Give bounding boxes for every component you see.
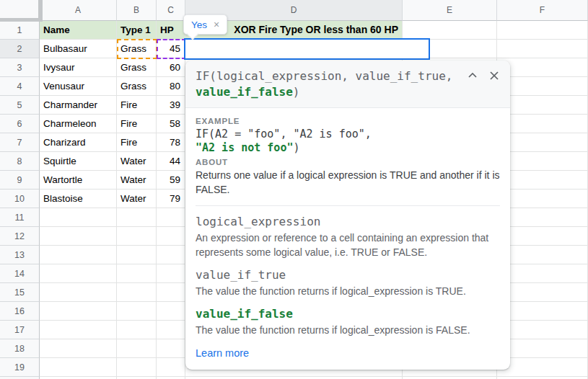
row-header-15[interactable]: 15 bbox=[0, 283, 40, 302]
row-header-11[interactable]: 11 bbox=[0, 208, 40, 227]
row-header-2[interactable]: 2 bbox=[0, 40, 40, 58]
cell-F13[interactable] bbox=[497, 246, 588, 264]
cell-C19[interactable] bbox=[157, 358, 185, 377]
cell-F5[interactable] bbox=[497, 96, 588, 115]
cell-A18[interactable] bbox=[40, 339, 117, 358]
cell-A11[interactable] bbox=[40, 208, 117, 227]
cell-F10[interactable] bbox=[497, 190, 588, 208]
cell-B13[interactable] bbox=[117, 246, 157, 264]
row-header-9[interactable]: 9 bbox=[0, 171, 40, 190]
cell-F8[interactable] bbox=[497, 152, 588, 171]
cell-B11[interactable] bbox=[117, 208, 157, 227]
learn-more-link[interactable]: Learn more bbox=[196, 347, 249, 359]
cell-A19[interactable] bbox=[40, 358, 117, 377]
cell-B14[interactable] bbox=[117, 264, 157, 283]
cell-B19[interactable] bbox=[117, 358, 157, 377]
cell-C6[interactable]: 58 bbox=[157, 115, 185, 133]
column-header-A[interactable]: A bbox=[40, 0, 117, 21]
row-header-12[interactable]: 12 bbox=[0, 227, 40, 246]
row-header-8[interactable]: 8 bbox=[0, 152, 40, 171]
cell-C2[interactable]: 45 bbox=[157, 40, 185, 58]
cell-F11[interactable] bbox=[497, 208, 588, 227]
cell-E1[interactable] bbox=[403, 21, 497, 40]
cell-C4[interactable]: 80 bbox=[157, 77, 185, 96]
cell-B7[interactable]: Fire bbox=[117, 133, 157, 152]
row-header-19[interactable]: 19 bbox=[0, 358, 40, 377]
row-header-18[interactable]: 18 bbox=[0, 339, 40, 358]
cell-F17[interactable] bbox=[497, 321, 588, 339]
cell-B8[interactable]: Water bbox=[117, 152, 157, 171]
cell-F4[interactable] bbox=[497, 77, 588, 96]
cell-B4[interactable]: Grass bbox=[117, 77, 157, 96]
cell-A2[interactable]: Bulbasaur bbox=[40, 40, 117, 58]
cell-A17[interactable] bbox=[40, 321, 117, 339]
cell-F1[interactable] bbox=[497, 21, 588, 40]
cell-C12[interactable] bbox=[157, 227, 185, 246]
cell-C17[interactable] bbox=[157, 321, 185, 339]
cell-F6[interactable] bbox=[497, 115, 588, 133]
row-header-16[interactable]: 16 bbox=[0, 302, 40, 321]
cell-B9[interactable]: Water bbox=[117, 171, 157, 190]
cell-F2[interactable] bbox=[497, 40, 588, 58]
chevron-up-icon[interactable] bbox=[467, 70, 478, 81]
cell-C7[interactable]: 78 bbox=[157, 133, 185, 152]
cell-C1[interactable]: HP bbox=[157, 21, 185, 40]
cell-F3[interactable] bbox=[497, 58, 588, 77]
cell-B2[interactable]: Grass bbox=[117, 40, 157, 58]
row-header-10[interactable]: 10 bbox=[0, 190, 40, 208]
row-header-17[interactable]: 17 bbox=[0, 321, 40, 339]
cell-A10[interactable]: Blastoise bbox=[40, 190, 117, 208]
cell-C15[interactable] bbox=[157, 283, 185, 302]
cell-C16[interactable] bbox=[157, 302, 185, 321]
cell-F15[interactable] bbox=[497, 283, 588, 302]
cell-B18[interactable] bbox=[117, 339, 157, 358]
row-header-7[interactable]: 7 bbox=[0, 133, 40, 152]
cell-A14[interactable] bbox=[40, 264, 117, 283]
cell-C10[interactable]: 79 bbox=[157, 190, 185, 208]
cell-A15[interactable] bbox=[40, 283, 117, 302]
cell-A9[interactable]: Wartortle bbox=[40, 171, 117, 190]
row-header-6[interactable]: 6 bbox=[0, 115, 40, 133]
cell-C13[interactable] bbox=[157, 246, 185, 264]
row-header-3[interactable]: 3 bbox=[0, 58, 40, 77]
column-header-E[interactable]: E bbox=[403, 0, 497, 21]
row-header-4[interactable]: 4 bbox=[0, 77, 40, 96]
cell-B10[interactable]: Water bbox=[117, 190, 157, 208]
cell-C18[interactable] bbox=[157, 339, 185, 358]
cell-A5[interactable]: Charmander bbox=[40, 96, 117, 115]
column-header-C[interactable]: C bbox=[157, 0, 185, 21]
cell-A8[interactable]: Squirtle bbox=[40, 152, 117, 171]
cell-C3[interactable]: 60 bbox=[157, 58, 185, 77]
cell-F9[interactable] bbox=[497, 171, 588, 190]
column-header-F[interactable]: F bbox=[497, 0, 588, 21]
cell-B16[interactable] bbox=[117, 302, 157, 321]
close-icon[interactable]: × bbox=[214, 19, 219, 30]
column-header-B[interactable]: B bbox=[117, 0, 157, 21]
close-icon[interactable] bbox=[488, 70, 500, 81]
cell-B17[interactable] bbox=[117, 321, 157, 339]
cell-C9[interactable]: 59 bbox=[157, 171, 185, 190]
cell-B6[interactable]: Fire bbox=[117, 115, 157, 133]
cell-B1[interactable]: Type 1 bbox=[117, 21, 157, 40]
cell-A13[interactable] bbox=[40, 246, 117, 264]
cell-C11[interactable] bbox=[157, 208, 185, 227]
cell-B3[interactable]: Grass bbox=[117, 58, 157, 77]
cell-F16[interactable] bbox=[497, 302, 588, 321]
select-all-corner[interactable] bbox=[0, 0, 43, 22]
row-header-14[interactable]: 14 bbox=[0, 264, 40, 283]
cell-A12[interactable] bbox=[40, 227, 117, 246]
cell-B15[interactable] bbox=[117, 283, 157, 302]
cell-F18[interactable] bbox=[497, 339, 588, 358]
cell-F12[interactable] bbox=[497, 227, 588, 246]
cell-C5[interactable]: 39 bbox=[157, 96, 185, 115]
cell-A3[interactable]: Ivysaur bbox=[40, 58, 117, 77]
formula-cell-editor[interactable]: =IF(XOR(B2="Fire", C2<60), "Yes", "No" bbox=[184, 38, 430, 60]
row-header-1[interactable]: 1 bbox=[0, 21, 40, 40]
cell-A16[interactable] bbox=[40, 302, 117, 321]
cell-A1[interactable]: Name bbox=[40, 21, 117, 40]
cell-C8[interactable]: 44 bbox=[157, 152, 185, 171]
cell-B5[interactable]: Fire bbox=[117, 96, 157, 115]
cell-A7[interactable]: Charizard bbox=[40, 133, 117, 152]
cell-F14[interactable] bbox=[497, 264, 588, 283]
row-header-5[interactable]: 5 bbox=[0, 96, 40, 115]
